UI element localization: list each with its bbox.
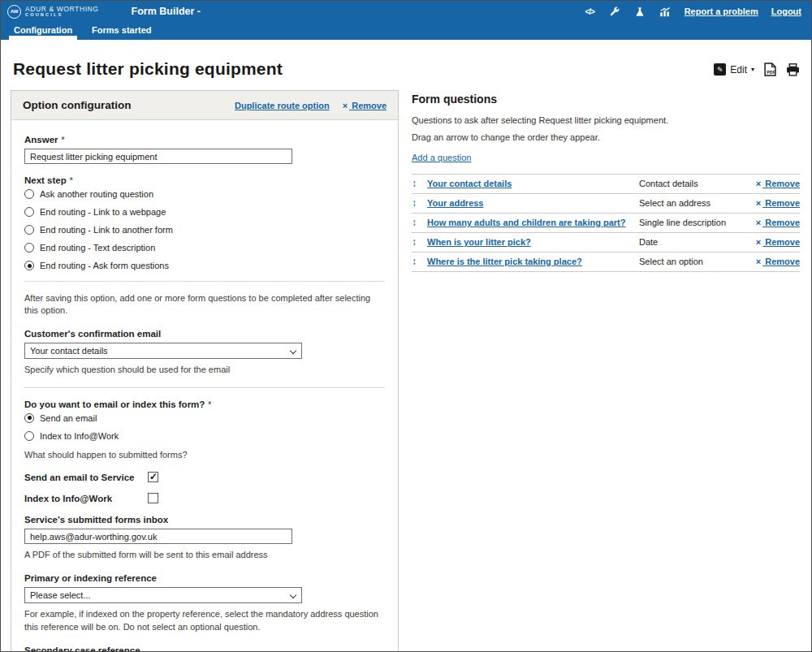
code-icon[interactable]: </> — [584, 6, 596, 17]
question-link[interactable]: Where is the litter pick taking place? — [427, 257, 639, 266]
inbox-input[interactable] — [24, 529, 292, 544]
remove-question-link[interactable]: × Remove — [741, 237, 800, 247]
app-header: AW ADUR & WORTHING COUNCILS Form Builder… — [1, 1, 811, 22]
drag-handle-icon[interactable]: ↕ — [412, 197, 427, 209]
email-or-index-label: Do you want to email or index this form?… — [24, 399, 385, 409]
add-a-question-link[interactable]: Add a question — [412, 153, 471, 162]
logout-link[interactable]: Logout — [771, 6, 801, 16]
submitted-forms-help: What should happen to submitted forms? — [24, 449, 385, 461]
next-step-option: End routing - Link to a webpage — [24, 207, 385, 217]
drag-handle-icon[interactable]: ↕ — [412, 236, 427, 248]
duplicate-route-option-link[interactable]: Duplicate route option — [235, 101, 330, 110]
question-row: ↕Your contact detailsContact details× Re… — [412, 175, 800, 194]
edit-label: Edit — [730, 64, 747, 76]
required-asterisk: * — [208, 400, 211, 409]
chart-icon[interactable] — [659, 6, 672, 17]
next-step-radio-group: Ask another routing questionEnd routing … — [24, 189, 385, 270]
form-questions-description: Questions to ask after selecting Request… — [412, 115, 800, 125]
radio-label: End routing - Ask form questions — [40, 261, 169, 270]
next-step-option: End routing - Text description — [24, 243, 385, 253]
x-icon: × — [756, 218, 761, 227]
question-type: Single line description — [639, 218, 741, 227]
flask-icon[interactable] — [634, 6, 646, 17]
secondary-reference-label: Secondary case reference — [24, 646, 385, 652]
radio-button[interactable] — [24, 225, 34, 235]
question-link[interactable]: Your contact details — [427, 179, 639, 188]
radio-button[interactable] — [24, 243, 34, 253]
drag-handle-icon[interactable]: ↕ — [412, 217, 427, 228]
primary-reference-help: For example, if indexed on the property … — [24, 608, 385, 634]
remove-question-link[interactable]: × Remove — [741, 179, 800, 188]
radio-label: Ask another routing question — [40, 189, 153, 199]
chevron-down-icon: ▾ — [751, 66, 754, 73]
x-icon: × — [756, 179, 761, 188]
required-asterisk: * — [70, 176, 73, 185]
question-row: ↕Your addressSelect an address× Remove — [412, 194, 800, 214]
checkbox[interactable] — [148, 472, 158, 482]
email-or-index-option: Send an email — [24, 413, 385, 423]
question-type: Select an address — [639, 198, 741, 208]
question-type: Select an option — [639, 257, 741, 266]
checkbox[interactable] — [148, 493, 158, 503]
checkbox-label: Index to Info@Work — [24, 494, 148, 503]
print-icon[interactable] — [786, 63, 800, 76]
destination-checkbox-group: Send an email to ServiceIndex to Info@Wo… — [24, 472, 385, 503]
remove-question-link[interactable]: × Remove — [741, 218, 800, 227]
radio-button[interactable] — [24, 413, 34, 423]
chevron-down-icon — [290, 348, 296, 354]
wrench-icon[interactable] — [609, 6, 621, 17]
question-link[interactable]: When is your litter pick? — [427, 237, 639, 247]
destination-checkbox-row: Send an email to Service — [24, 472, 385, 482]
question-link[interactable]: How many adults and children are taking … — [427, 218, 639, 227]
page-title: Request litter picking equipment — [13, 59, 283, 79]
x-icon: × — [343, 101, 348, 110]
x-icon: × — [756, 237, 761, 247]
radio-label: Index to Info@Work — [40, 431, 119, 441]
destination-checkbox-row: Index to Info@Work — [24, 493, 385, 503]
answer-input[interactable] — [24, 149, 292, 164]
after-save-note: After saving this option, add one or mor… — [24, 292, 385, 317]
confirmation-email-help: Specify which question should be used fo… — [24, 364, 385, 377]
email-or-index-radio-group: Send an emailIndex to Info@Work — [24, 413, 385, 441]
remove-question-link[interactable]: × Remove — [741, 198, 800, 208]
pdf-export-icon[interactable]: PDF — [764, 63, 776, 76]
radio-label: Send an email — [40, 413, 97, 423]
confirmation-email-label: Customer's confirmation email — [24, 329, 385, 339]
app-title-dropdown[interactable]: Form Builder - — [132, 6, 201, 17]
form-questions-table: ↕Your contact detailsContact details× Re… — [412, 174, 800, 272]
question-row: ↕How many adults and children are taking… — [412, 214, 800, 233]
drag-handle-icon[interactable]: ↕ — [412, 256, 427, 267]
primary-reference-label: Primary or indexing reference — [24, 573, 385, 583]
question-type: Contact details — [639, 179, 741, 188]
checkbox-label: Send an email to Service — [24, 473, 148, 482]
report-problem-link[interactable]: Report a problem — [685, 6, 758, 16]
x-icon: × — [756, 257, 761, 266]
option-configuration-title: Option configuration — [23, 99, 131, 111]
remove-option-link[interactable]: × Remove — [343, 101, 387, 110]
drag-handle-icon[interactable]: ↕ — [412, 178, 427, 189]
radio-button[interactable] — [24, 207, 34, 217]
radio-label: End routing - Text description — [40, 243, 155, 253]
radio-button[interactable] — [24, 261, 34, 270]
option-configuration-panel: Option configuration Duplicate route opt… — [11, 90, 399, 652]
radio-button[interactable] — [24, 431, 34, 441]
radio-button[interactable] — [24, 189, 34, 199]
browser-viewport: AW ADUR & WORTHING COUNCILS Form Builder… — [0, 0, 812, 652]
next-step-option: End routing - Ask form questions — [24, 261, 385, 270]
question-row: ↕When is your litter pick?Date× Remove — [412, 233, 800, 253]
council-logo: AW ADUR & WORTHING COUNCILS — [7, 5, 99, 19]
pencil-icon: ✎ — [717, 66, 723, 74]
divider — [24, 281, 385, 282]
form-questions-panel: Form questions Questions to ask after se… — [399, 90, 800, 272]
form-questions-drag-hint: Drag an arrow to change the order they a… — [412, 132, 800, 142]
tab-forms-started[interactable]: Forms started — [89, 22, 153, 40]
next-step-option: End routing - Link to another form — [24, 225, 385, 235]
remove-question-link[interactable]: × Remove — [741, 257, 800, 266]
tab-configuration[interactable]: Configuration — [11, 22, 75, 40]
primary-reference-select[interactable]: Please select... — [24, 587, 302, 603]
tab-bar: Configuration Forms started — [1, 22, 811, 40]
confirmation-email-select[interactable]: Your contact details — [24, 343, 302, 359]
question-link[interactable]: Your address — [427, 198, 639, 208]
edit-button[interactable]: ✎ Edit ▾ — [714, 63, 754, 76]
answer-label: Answer* — [24, 135, 385, 145]
